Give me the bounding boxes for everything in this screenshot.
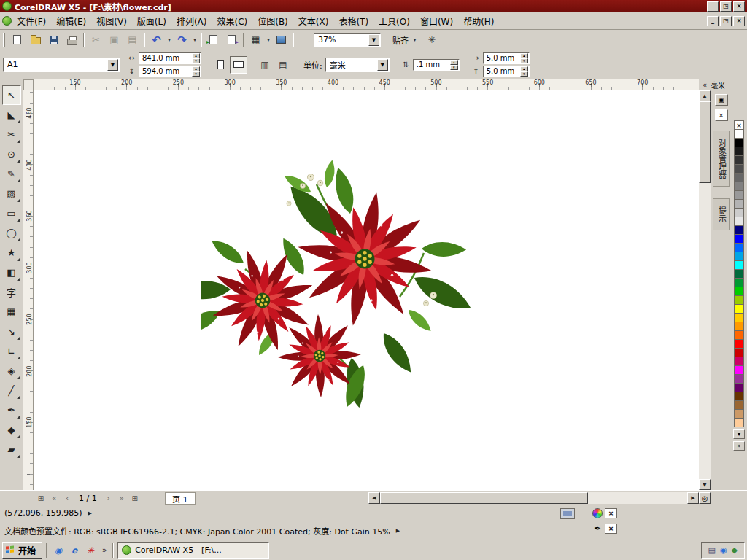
menu-item[interactable]: 编辑(E) [51,12,91,30]
menu-item[interactable]: 效果(C) [212,12,252,30]
scroll-up-icon[interactable]: ▲ [699,90,711,101]
input-indicator-icon[interactable]: ▤ [708,545,716,555]
coreldraw-task-button[interactable]: CorelDRAW X5 - [F:\... [117,542,269,559]
horizontal-ruler[interactable]: 150200250300350400450500550600650700 [34,79,699,90]
color-proof-status-icon[interactable] [560,508,575,519]
cut-icon[interactable]: ✂ [87,32,105,48]
launcher-dropdown-icon[interactable]: ▾ [265,32,272,48]
drawing-canvas[interactable] [34,90,699,490]
new-document-icon[interactable] [8,32,26,48]
toolbar-grip[interactable] [3,33,5,47]
blend-tool[interactable]: ◈ [2,361,21,381]
portrait-button[interactable] [212,56,229,74]
restore-button[interactable]: ◳ [720,1,732,12]
doc-restore-button[interactable]: ◳ [720,16,732,26]
menu-item[interactable]: 位图(B) [252,12,293,30]
corel-app-icon[interactable]: ✳ [83,543,98,558]
landscape-button[interactable] [230,56,247,74]
undo-icon[interactable]: ↶ [147,32,166,48]
titlebar[interactable]: CorelDRAW X5 - [F:\素材\flower.cdr] _ ◳ × [0,0,747,12]
pick-tool[interactable]: ↖ [2,85,21,105]
zoom-tool[interactable]: ⊙ [2,144,21,164]
open-icon[interactable] [26,32,44,48]
nudge-field[interactable]: .1 mm ▴▾ [413,59,460,71]
basic-shapes-tool[interactable]: ◧ [2,262,21,282]
nudge-spinner[interactable]: ▴▾ [450,60,458,70]
menu-item[interactable]: 帮助(H) [458,12,499,30]
scroll-right-icon[interactable]: ▶ [687,492,699,504]
height-spinner[interactable]: ▴▾ [192,66,200,77]
outline-none-swatch[interactable]: × [605,524,617,534]
add-page-button[interactable]: ⊞ [35,492,47,504]
chevron-down-icon[interactable]: ▼ [368,34,379,46]
document-navigator-button[interactable]: ◎ [699,492,711,504]
chevron-down-icon[interactable]: ▼ [107,59,118,71]
duplicate-x-spinner[interactable]: ▴▾ [520,53,528,63]
previous-page-button[interactable]: ‹ [61,492,73,504]
text-tool[interactable]: 字 [2,282,21,302]
palette-scroll-down-button[interactable]: ▾ [733,429,745,439]
media-player-icon[interactable]: ◉ [51,543,66,558]
copy-icon[interactable]: ▣ [105,32,123,48]
apply-to-all-pages-button[interactable]: ▥ [256,56,274,74]
scroll-left-icon[interactable]: ◀ [368,492,380,504]
first-page-button[interactable]: « [48,492,60,504]
scroll-down-icon[interactable]: ▼ [699,479,711,490]
docker-close-button[interactable]: × [715,109,728,121]
close-button[interactable]: × [733,1,745,12]
export-icon[interactable]: ▸ [222,32,241,48]
menu-item[interactable]: 版面(L) [132,12,171,30]
outline-pen-tool[interactable]: ✒ [2,400,21,420]
docker-tab[interactable]: 对象管理器 [713,131,730,187]
horizontal-scroll-thumb[interactable] [380,492,588,504]
menu-item[interactable]: 排列(A) [171,12,212,30]
status-flyout-icon[interactable]: ▶ [88,510,92,516]
snap-to-button[interactable]: 贴齐 ▾ [388,32,423,48]
add-page-button-2[interactable]: ⊞ [129,492,141,504]
page-tab[interactable]: 页 1 [165,492,196,505]
next-page-button[interactable]: › [103,492,115,504]
last-page-button[interactable]: » [116,492,128,504]
snap-dropdown-icon[interactable]: ▾ [411,32,419,48]
palette-flyout-button[interactable]: » [733,441,745,451]
save-icon[interactable] [44,32,63,48]
chevron-down-icon[interactable]: ▼ [377,59,388,71]
undo-dropdown-icon[interactable]: ▾ [166,32,173,48]
redo-dropdown-icon[interactable]: ▾ [191,32,198,48]
volume-icon[interactable]: ◆ [732,545,738,555]
duplicate-y-spinner[interactable]: ▴▾ [520,66,528,77]
duplicate-x-field[interactable]: 5.0 mm ▴▾ [483,52,530,64]
profile-flyout-icon[interactable]: ▶ [396,528,400,534]
menu-item[interactable]: 工具(O) [374,12,415,30]
quick-launch-overflow-icon[interactable]: » [100,546,109,554]
network-icon[interactable]: ◉ [720,545,727,555]
eyedropper-tool[interactable]: ╱ [2,381,21,400]
freehand-tool[interactable]: ✎ [2,164,21,184]
fill-tool[interactable]: ◆ [2,420,21,440]
doc-close-button[interactable]: × [733,16,745,26]
start-button[interactable]: 开始 [2,542,42,559]
application-launcher-icon[interactable]: ▦ [247,32,265,48]
collapse-dockers-button[interactable]: « [703,81,707,89]
minimize-button[interactable]: _ [707,1,719,12]
zoom-level-combo[interactable]: 37% ▼ [314,33,381,47]
doc-minimize-button[interactable]: _ [707,16,719,26]
color-swatch[interactable] [734,418,744,427]
fill-none-swatch[interactable]: × [605,508,617,518]
page-size-preset-combo[interactable]: A1 ▼ [3,58,120,72]
redo-icon[interactable]: ↷ [173,32,191,48]
welcome-screen-icon[interactable] [272,32,290,48]
rectangle-tool[interactable]: ▭ [2,203,21,223]
shape-tool[interactable]: ◣ [2,105,21,125]
vertical-scrollbar[interactable]: ▲ ▼ [699,90,711,490]
paste-icon[interactable]: ▤ [123,32,142,48]
vertical-scroll-thumb[interactable] [699,101,711,183]
polygon-tool[interactable]: ★ [2,243,21,262]
menu-item[interactable]: 文件(F) [12,12,51,30]
menu-item[interactable]: 视图(V) [91,12,132,30]
horizontal-scrollbar[interactable]: ◀ ▶ [368,492,699,504]
vertical-ruler[interactable]: 450400350300250200150 [23,90,34,490]
apply-to-current-page-button[interactable]: ▤ [274,56,292,74]
units-combo[interactable]: 毫米 ▼ [325,58,390,72]
table-tool[interactable]: ▦ [2,302,21,322]
